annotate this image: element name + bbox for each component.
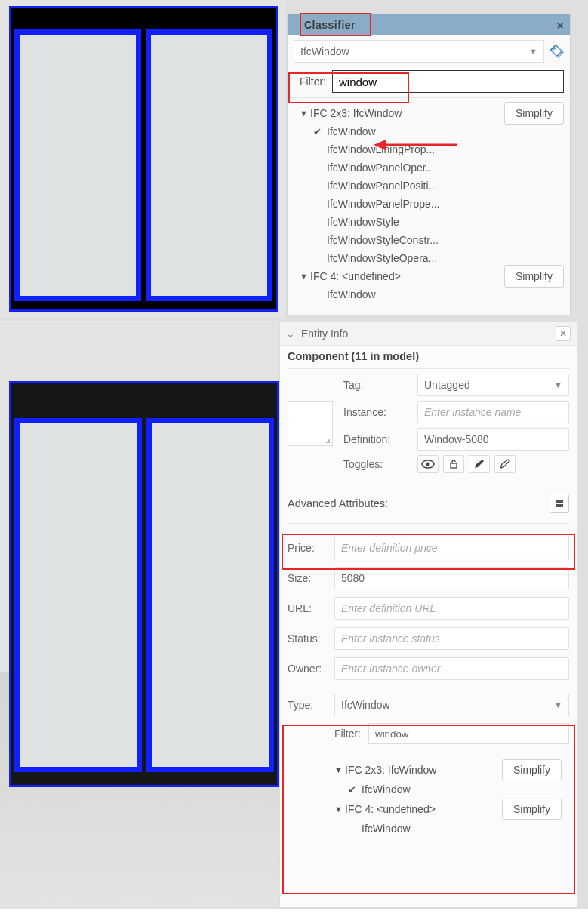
tree-item[interactable]: IfcWindowPanelPrope... [300, 195, 564, 213]
simplify-button[interactable]: Simplify [502, 759, 562, 780]
window-pane [146, 418, 274, 772]
collapse-button[interactable] [550, 494, 569, 513]
tree-item-label: IfcWindow [327, 288, 376, 300]
tree-item-label: IfcWindow [327, 125, 376, 137]
tree-item-label: IfcWindowPanelPrope... [327, 198, 439, 210]
filter-label: Filter: [334, 728, 361, 740]
tag-icon[interactable] [549, 42, 564, 61]
tree-item-label: IfcWindowStyleConstr... [327, 234, 439, 246]
window-model [9, 381, 279, 787]
url-input[interactable] [334, 597, 569, 620]
type-value: IfcWindow [341, 699, 390, 711]
viewport [0, 321, 279, 909]
tree-item-label: IfcWindow [362, 783, 411, 796]
status-input[interactable] [334, 627, 569, 650]
caret-icon[interactable]: ▼ [334, 805, 342, 814]
definition-input[interactable] [417, 428, 569, 451]
panel-titlebar[interactable]: Classifier × [288, 14, 570, 35]
lock-toggle[interactable] [443, 455, 464, 473]
definition-label: Definition: [343, 433, 410, 445]
tree-item[interactable]: IfcWindow [300, 285, 564, 303]
classifier-panel: Classifier × IfcWindow ▼ Filter: ▼ IFC 2… [287, 14, 571, 315]
tree-group-header: IFC 2x3: IfcWindow [345, 764, 436, 776]
chevron-down-icon: ▼ [554, 380, 562, 389]
tree-item-label: IfcWindowStyle [327, 216, 399, 228]
window-pane [14, 29, 141, 301]
tree-item[interactable]: ✔ IfcWindow [334, 780, 562, 799]
tag-label: Tag: [343, 379, 410, 391]
viewport [0, 0, 285, 318]
size-label: Size: [288, 572, 327, 584]
ifc-type-value: IfcWindow [300, 45, 349, 57]
svg-point-4 [426, 463, 430, 466]
panel-title: Classifier [304, 19, 356, 31]
window-model [9, 6, 278, 312]
filter-label: Filter: [300, 75, 326, 88]
chevron-down-icon: ▼ [554, 700, 562, 709]
svg-marker-2 [374, 140, 386, 150]
tree-item-label: IfcWindowPanelOper... [327, 162, 434, 174]
svg-rect-6 [556, 500, 563, 503]
panel-header[interactable]: ⌄ Entity Info ✕ [280, 322, 577, 346]
filter-input[interactable] [332, 70, 564, 93]
tree-group-header: IFC 4: <undefined> [345, 803, 436, 815]
window-pane [146, 29, 272, 301]
component-line: Component (11 in model) [280, 346, 577, 368]
type-tree: ▼ IFC 2x3: IfcWindow Simplify ✔ IfcWindo… [288, 757, 569, 839]
url-label: URL: [288, 602, 327, 614]
chevron-down-icon: ▼ [529, 47, 537, 56]
edit-toggle[interactable] [469, 455, 490, 473]
simplify-button[interactable]: Simplify [504, 265, 564, 288]
tree-item[interactable]: IfcWindowStyleConstr... [300, 231, 564, 249]
svg-rect-7 [556, 504, 563, 507]
caret-icon[interactable]: ▼ [300, 272, 307, 281]
tree-item-label: IfcWindow [362, 823, 411, 835]
check-icon: ✔ [313, 126, 324, 137]
check-icon: ✔ [348, 784, 359, 796]
simplify-button[interactable]: Simplify [502, 799, 562, 820]
ifc-type-select[interactable]: IfcWindow ▼ [294, 40, 544, 63]
caret-icon[interactable]: ▼ [334, 765, 342, 774]
hide-rest-toggle[interactable] [494, 455, 516, 473]
close-icon[interactable]: ✕ [556, 326, 571, 341]
tree-group-header: IFC 2x3: IfcWindow [310, 107, 402, 119]
toggles-label: Toggles: [343, 458, 410, 470]
type-filter-input[interactable] [368, 723, 569, 744]
advanced-attributes-header: Advanced Attributes: [288, 497, 388, 509]
type-label: Type: [288, 699, 327, 711]
size-input[interactable] [334, 567, 569, 589]
instance-input[interactable] [417, 401, 569, 423]
thumbnail[interactable] [288, 401, 333, 446]
owner-input[interactable] [334, 657, 569, 680]
type-select[interactable]: IfcWindow ▼ [334, 694, 569, 716]
owner-label: Owner: [288, 663, 327, 675]
classifier-tree: ▼ IFC 2x3: IfcWindow Simplify ✔ IfcWindo… [288, 98, 570, 309]
price-input[interactable] [334, 537, 569, 559]
status-label: Status: [288, 632, 327, 645]
tree-item[interactable]: IfcWindowStyle [300, 213, 564, 231]
chevron-down-icon: ⌄ [286, 328, 295, 340]
close-icon[interactable]: × [557, 19, 564, 32]
tree-item[interactable]: IfcWindow [334, 819, 562, 839]
tree-group-header: IFC 4: <undefined> [310, 270, 401, 282]
entity-info-panel: ⌄ Entity Info ✕ Component (11 in model) … [279, 321, 577, 908]
visibility-toggle[interactable] [417, 455, 439, 473]
tree-item-label: IfcWindowPanelPositi... [327, 180, 437, 192]
panel-title: Entity Info [301, 328, 348, 340]
tree-item-label: IfcWindowStyleOpera... [327, 252, 437, 264]
simplify-button[interactable]: Simplify [504, 102, 564, 125]
price-label: Price: [288, 542, 327, 554]
tag-value: Untagged [424, 379, 470, 391]
svg-rect-5 [451, 463, 457, 468]
caret-icon[interactable]: ▼ [300, 109, 307, 118]
tag-select[interactable]: Untagged ▼ [417, 374, 569, 396]
window-pane [14, 418, 142, 772]
tree-item[interactable]: IfcWindowPanelOper... [300, 158, 564, 177]
tree-item[interactable]: IfcWindowPanelPositi... [300, 177, 564, 195]
instance-label: Instance: [343, 406, 410, 418]
